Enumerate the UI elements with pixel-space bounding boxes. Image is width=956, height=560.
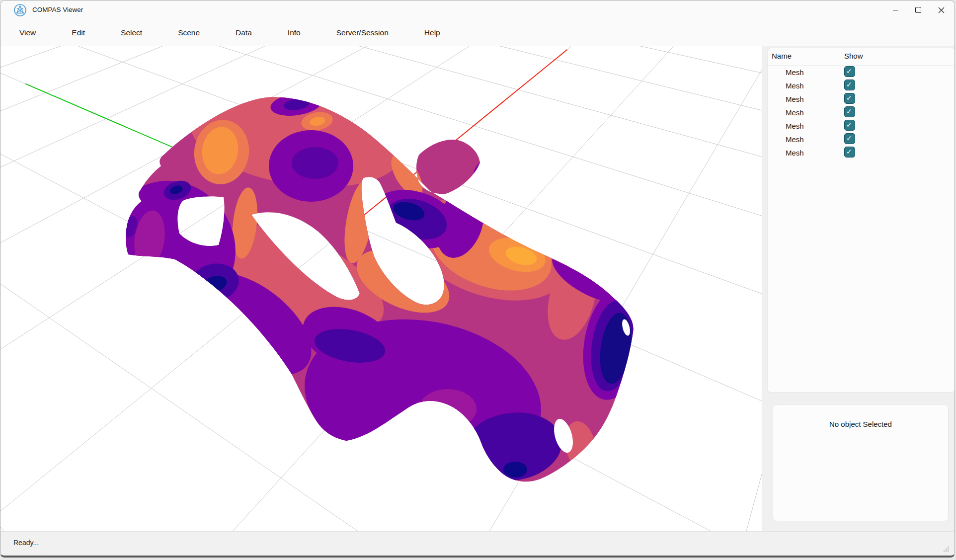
menu-item[interactable]: Server/Session [319,19,406,46]
menu-item[interactable]: Select [103,19,160,46]
tree-header: Name Show [768,48,955,66]
resize-grip-icon[interactable] [943,547,949,553]
mesh-label: Mesh [786,135,804,143]
status-bar: Ready... [0,531,955,557]
scene-tree-panel: Name Show Mesh Mesh [767,48,955,393]
tree-row-mesh[interactable]: Mesh [768,105,955,119]
tree-row-mesh[interactable]: Mesh [768,119,955,132]
status-separator [46,532,46,557]
mesh-label: Mesh [786,81,804,89]
column-header-name[interactable]: Name [772,52,792,60]
status-text: Ready... [13,539,39,547]
tree-rows: Mesh Mesh Mesh [768,65,955,159]
mesh-label: Mesh [786,148,804,157]
menu-item[interactable]: Edit [54,19,103,46]
close-icon [938,7,945,13]
mesh-label: Mesh [786,121,804,130]
app-window: COMPAS Viewer View Edit Select Scene Dat… [0,0,955,558]
minimize-icon [893,10,898,10]
compas-logo-icon [13,3,27,17]
minimize-button[interactable] [884,0,907,19]
window-title: COMPAS Viewer [32,6,83,13]
visibility-checkbox[interactable] [844,147,855,158]
visibility-checkbox[interactable] [844,106,855,117]
tree-row-mesh[interactable]: Mesh [768,92,955,105]
close-button[interactable] [930,0,953,19]
menu-item[interactable]: Info [270,19,319,46]
title-bar[interactable]: COMPAS Viewer [0,0,955,19]
menu-bar: View Edit Select Scene Data Info Server/… [1,19,458,46]
car-mesh[interactable] [83,75,661,502]
visibility-checkbox[interactable] [844,93,855,104]
inspector-panel: No object Selected [773,404,949,521]
visibility-checkbox[interactable] [844,133,855,144]
no-selection-message: No object Selected [773,420,948,428]
menu-item[interactable]: Data [218,19,270,46]
maximize-icon [915,7,921,13]
column-header-show[interactable]: Show [844,52,863,60]
visibility-checkbox[interactable] [844,120,855,131]
tree-row-mesh[interactable]: Mesh [768,132,955,146]
sidebar: Name Show Mesh Mesh [762,46,955,531]
visibility-checkbox[interactable] [844,66,855,77]
visibility-checkbox[interactable] [844,80,855,90]
mesh-label: Mesh [786,108,804,116]
main-area: Name Show Mesh Mesh [0,46,955,531]
tree-row-mesh[interactable]: Mesh [768,79,955,92]
menu-item[interactable]: Help [406,19,458,46]
maximize-button[interactable] [907,0,930,19]
tree-row-mesh[interactable]: Mesh [768,146,955,159]
menu-item[interactable]: View [1,19,54,46]
mesh-label: Mesh [786,68,804,76]
viewport-canvas[interactable] [0,46,762,531]
mesh-label: Mesh [786,94,804,103]
menu-item[interactable]: Scene [160,19,218,46]
tree-row-mesh[interactable]: Mesh [768,65,955,79]
